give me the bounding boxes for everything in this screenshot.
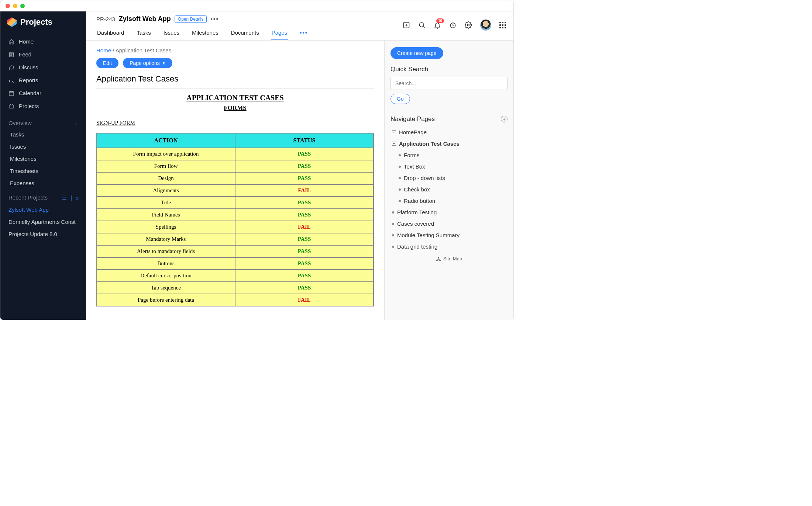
nav-item-home[interactable]: Home (0, 35, 86, 48)
tree-item[interactable]: Data grid testing (390, 241, 508, 252)
maximize-window-dot[interactable] (20, 4, 25, 8)
cell-status: PASS (235, 197, 374, 209)
nav-label: Discuss (19, 64, 38, 70)
settings-icon[interactable] (465, 21, 472, 29)
reports-icon (8, 77, 14, 83)
tree-item-application-test-cases[interactable]: − Application Test Cases (390, 138, 508, 149)
tree-label: Module Testing Summary (397, 232, 460, 238)
add-icon[interactable] (403, 21, 410, 29)
breadcrumb-home[interactable]: Home (96, 47, 111, 53)
search-icon[interactable]: ⌕ (76, 195, 79, 201)
recent-projects-label: Recent Projects (8, 194, 48, 201)
more-icon[interactable]: ••• (210, 16, 219, 22)
nav-label: Home (19, 38, 34, 45)
caret-down-icon: ▼ (162, 61, 166, 65)
svg-point-6 (468, 24, 469, 26)
nav-item-projects[interactable]: Projects (0, 100, 86, 112)
recent-project-item[interactable]: Donnelly Apartments Const (0, 216, 86, 228)
sitemap-icon (436, 256, 441, 261)
app-name: Projects (20, 17, 52, 27)
tree-child-item[interactable]: Check box (390, 184, 508, 195)
tree-child-item[interactable]: Forms (390, 149, 508, 161)
topbar: PR-243 Zylsoft Web App Open Details ••• … (86, 11, 513, 41)
table-row: Page before entering dataFAIL (97, 294, 374, 306)
test-cases-table: ACTION STATUS Form impact over applicati… (96, 133, 374, 306)
table-row: Form impact over applicationPASS (97, 148, 374, 160)
main: PR-243 Zylsoft Web App Open Details ••• … (86, 11, 513, 320)
tree-item-homepage[interactable]: + HomePage (390, 126, 508, 138)
nav-item-reports[interactable]: Reports (0, 74, 86, 87)
calendar-icon (8, 90, 14, 96)
tree-label: Radio button (404, 198, 435, 204)
sidebar-item-expenses[interactable]: Expenses (0, 177, 86, 189)
expand-icon[interactable]: + (392, 130, 396, 134)
recent-project-item[interactable]: Zylsoft Web App (0, 204, 86, 216)
go-button[interactable]: Go (390, 94, 410, 104)
notifications-badge: 10 (436, 18, 444, 23)
quick-search-input[interactable] (390, 77, 508, 90)
notifications-icon[interactable]: 10 (434, 21, 441, 29)
home-icon (8, 39, 14, 45)
sidebar-item-issues[interactable]: Issues (0, 141, 86, 153)
tree-item[interactable]: Platform Testing (390, 207, 508, 218)
cell-status: PASS (235, 172, 374, 184)
sidebar-item-timesheets[interactable]: Timesheets (0, 165, 86, 177)
tree-item[interactable]: Cases covered (390, 218, 508, 229)
nav-item-discuss[interactable]: Discuss (0, 61, 86, 74)
close-window-dot[interactable] (6, 4, 10, 8)
svg-rect-7 (438, 257, 439, 258)
tree-child-item[interactable]: Drop - down lists (390, 172, 508, 184)
nav-item-calendar[interactable]: Calendar (0, 87, 86, 100)
svg-rect-9 (439, 260, 441, 261)
tab-pages[interactable]: Pages (271, 26, 288, 40)
edit-button[interactable]: Edit (96, 58, 118, 68)
cell-status: PASS (235, 148, 374, 160)
user-avatar[interactable] (480, 20, 491, 31)
cell-status: FAIL (235, 294, 374, 306)
tab-tasks[interactable]: Tasks (136, 26, 151, 40)
tree-child-item[interactable]: Text Box (390, 161, 508, 172)
app-logo[interactable]: Projects (0, 11, 86, 33)
recent-project-item[interactable]: Projects Update 8.0 (0, 228, 86, 240)
search-icon[interactable] (418, 21, 426, 29)
tab-more-icon[interactable]: ••• (299, 26, 309, 40)
doc-subheading: FORMS (96, 104, 374, 112)
minimize-window-dot[interactable] (13, 4, 17, 8)
tree-item[interactable]: Module Testing Summary (390, 229, 508, 241)
overview-section-header[interactable]: Overview ⌄ (0, 115, 86, 128)
svg-point-4 (419, 22, 424, 27)
filter-icon[interactable]: ☰ (62, 195, 67, 201)
bullet-icon (399, 154, 401, 156)
cell-status: PASS (235, 270, 374, 282)
tree-label: Application Test Cases (399, 141, 460, 147)
tab-issues[interactable]: Issues (163, 26, 180, 40)
tab-milestones[interactable]: Milestones (191, 26, 219, 40)
table-row: Form flowPASS (97, 160, 374, 172)
collapse-icon[interactable]: − (392, 142, 396, 146)
table-row: Tab sequencePASS (97, 282, 374, 294)
cell-status: PASS (235, 257, 374, 270)
cell-status: PASS (235, 245, 374, 257)
sidebar-item-tasks[interactable]: Tasks (0, 128, 86, 141)
svg-rect-8 (436, 260, 438, 261)
cell-action: Title (97, 197, 235, 209)
sidebar-item-milestones[interactable]: Milestones (0, 153, 86, 165)
cell-status: PASS (235, 233, 374, 245)
page-options-label: Page options (130, 60, 160, 66)
site-map-link[interactable]: Site Map (390, 252, 508, 261)
create-new-page-button[interactable]: Create new page (390, 47, 443, 59)
bullet-icon (392, 223, 394, 225)
apps-grid-icon[interactable] (499, 22, 506, 28)
window-chrome (0, 0, 513, 11)
timer-icon[interactable] (449, 21, 457, 29)
page-options-button[interactable]: Page options ▼ (123, 58, 172, 68)
open-details-button[interactable]: Open Details (175, 15, 207, 23)
topbar-actions: 10 (403, 20, 506, 36)
nav-item-feed[interactable]: Feed (0, 48, 86, 61)
table-row: SpellingsFAIL (97, 221, 374, 233)
tab-dashboard[interactable]: Dashboard (96, 26, 125, 40)
add-page-icon[interactable]: + (501, 116, 508, 122)
tab-documents[interactable]: Documents (230, 26, 260, 40)
nav-label: Calendar (19, 90, 41, 96)
tree-child-item[interactable]: Radio button (390, 195, 508, 207)
